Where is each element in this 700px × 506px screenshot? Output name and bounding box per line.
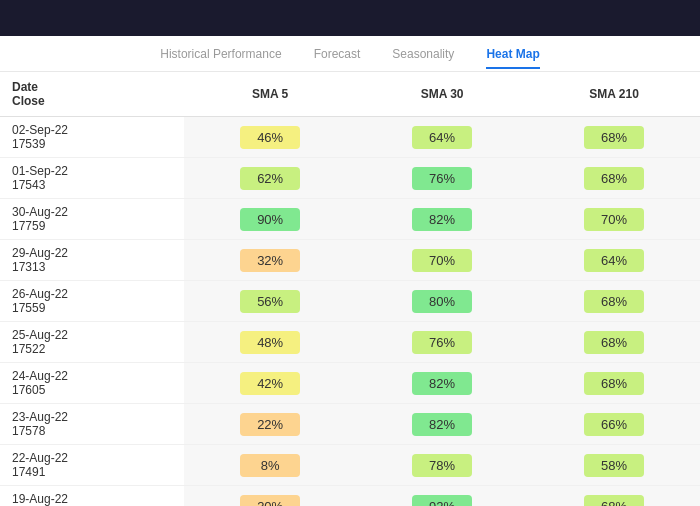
cell-sma210: 58% — [528, 445, 700, 486]
cell-value-sma30: 64% — [412, 126, 472, 149]
cell-sma210: 68% — [528, 486, 700, 507]
cell-value-sma210: 68% — [584, 167, 644, 190]
cell-value-sma5: 42% — [240, 372, 300, 395]
table-row: 19-Aug-221775830%92%68% — [0, 486, 700, 507]
cell-sma5: 8% — [184, 445, 356, 486]
cell-date: 26-Aug-2217559 — [0, 281, 184, 322]
cell-sma210: 68% — [528, 363, 700, 404]
table-row: 23-Aug-221757822%82%66% — [0, 404, 700, 445]
tabs-bar: Historical PerformanceForecastSeasonalit… — [0, 36, 700, 72]
cell-value-sma30: 70% — [412, 249, 472, 272]
cell-value-sma5: 62% — [240, 167, 300, 190]
cell-sma30: 78% — [356, 445, 528, 486]
cell-date: 29-Aug-2217313 — [0, 240, 184, 281]
cell-value-sma30: 82% — [412, 372, 472, 395]
table-row: 02-Sep-221753946%64%68% — [0, 117, 700, 158]
cell-sma5: 48% — [184, 322, 356, 363]
heatmap-table: DateCloseSMA 5SMA 30SMA 210 02-Sep-22175… — [0, 72, 700, 506]
cell-value-sma210: 68% — [584, 126, 644, 149]
cell-sma30: 64% — [356, 117, 528, 158]
cell-value-sma5: 32% — [240, 249, 300, 272]
cell-value-sma210: 58% — [584, 454, 644, 477]
cell-value-sma210: 68% — [584, 290, 644, 313]
table-container: DateCloseSMA 5SMA 30SMA 210 02-Sep-22175… — [0, 72, 700, 506]
cell-sma30: 82% — [356, 404, 528, 445]
cell-sma5: 32% — [184, 240, 356, 281]
cell-date: 19-Aug-2217758 — [0, 486, 184, 507]
cell-sma210: 68% — [528, 281, 700, 322]
cell-value-sma30: 92% — [412, 495, 472, 507]
cell-value-sma5: 56% — [240, 290, 300, 313]
cell-value-sma210: 66% — [584, 413, 644, 436]
cell-sma5: 42% — [184, 363, 356, 404]
col-header-sma30: SMA 30 — [356, 72, 528, 117]
cell-value-sma30: 76% — [412, 167, 472, 190]
cell-sma30: 82% — [356, 199, 528, 240]
tab-heatmap[interactable]: Heat Map — [486, 47, 539, 69]
table-row: 30-Aug-221775990%82%70% — [0, 199, 700, 240]
cell-date: 24-Aug-2217605 — [0, 363, 184, 404]
cell-date: 02-Sep-2217539 — [0, 117, 184, 158]
cell-sma210: 70% — [528, 199, 700, 240]
cell-value-sma5: 90% — [240, 208, 300, 231]
table-row: 25-Aug-221752248%76%68% — [0, 322, 700, 363]
cell-sma5: 22% — [184, 404, 356, 445]
cell-sma210: 64% — [528, 240, 700, 281]
cell-sma5: 46% — [184, 117, 356, 158]
cell-date: 23-Aug-2217578 — [0, 404, 184, 445]
cell-date: 25-Aug-2217522 — [0, 322, 184, 363]
cell-value-sma210: 68% — [584, 372, 644, 395]
cell-value-sma30: 80% — [412, 290, 472, 313]
cell-sma5: 56% — [184, 281, 356, 322]
cell-sma30: 80% — [356, 281, 528, 322]
cell-sma30: 76% — [356, 322, 528, 363]
cell-sma30: 76% — [356, 158, 528, 199]
table-row: 24-Aug-221760542%82%68% — [0, 363, 700, 404]
col-header-sma5: SMA 5 — [184, 72, 356, 117]
cell-value-sma30: 78% — [412, 454, 472, 477]
cell-value-sma5: 8% — [240, 454, 300, 477]
cell-value-sma5: 22% — [240, 413, 300, 436]
table-row: 22-Aug-22174918%78%58% — [0, 445, 700, 486]
cell-value-sma30: 82% — [412, 413, 472, 436]
header — [0, 0, 700, 36]
cell-sma210: 68% — [528, 322, 700, 363]
cell-sma5: 62% — [184, 158, 356, 199]
cell-value-sma210: 68% — [584, 495, 644, 507]
cell-date: 22-Aug-2217491 — [0, 445, 184, 486]
col-header-sma210: SMA 210 — [528, 72, 700, 117]
col-header-date: DateClose — [0, 72, 184, 117]
cell-date: 01-Sep-2217543 — [0, 158, 184, 199]
cell-sma210: 68% — [528, 158, 700, 199]
cell-value-sma30: 82% — [412, 208, 472, 231]
cell-sma5: 90% — [184, 199, 356, 240]
cell-value-sma5: 30% — [240, 495, 300, 507]
cell-value-sma210: 64% — [584, 249, 644, 272]
cell-sma210: 66% — [528, 404, 700, 445]
cell-value-sma30: 76% — [412, 331, 472, 354]
cell-sma30: 70% — [356, 240, 528, 281]
cell-value-sma5: 48% — [240, 331, 300, 354]
table-row: 01-Sep-221754362%76%68% — [0, 158, 700, 199]
tab-forecast[interactable]: Forecast — [314, 47, 361, 69]
cell-value-sma210: 68% — [584, 331, 644, 354]
cell-sma30: 82% — [356, 363, 528, 404]
cell-value-sma210: 70% — [584, 208, 644, 231]
cell-date: 30-Aug-2217759 — [0, 199, 184, 240]
cell-sma210: 68% — [528, 117, 700, 158]
cell-sma30: 92% — [356, 486, 528, 507]
cell-sma5: 30% — [184, 486, 356, 507]
table-row: 29-Aug-221731332%70%64% — [0, 240, 700, 281]
tab-seasonality[interactable]: Seasonality — [392, 47, 454, 69]
tab-historical[interactable]: Historical Performance — [160, 47, 281, 69]
table-row: 26-Aug-221755956%80%68% — [0, 281, 700, 322]
cell-value-sma5: 46% — [240, 126, 300, 149]
